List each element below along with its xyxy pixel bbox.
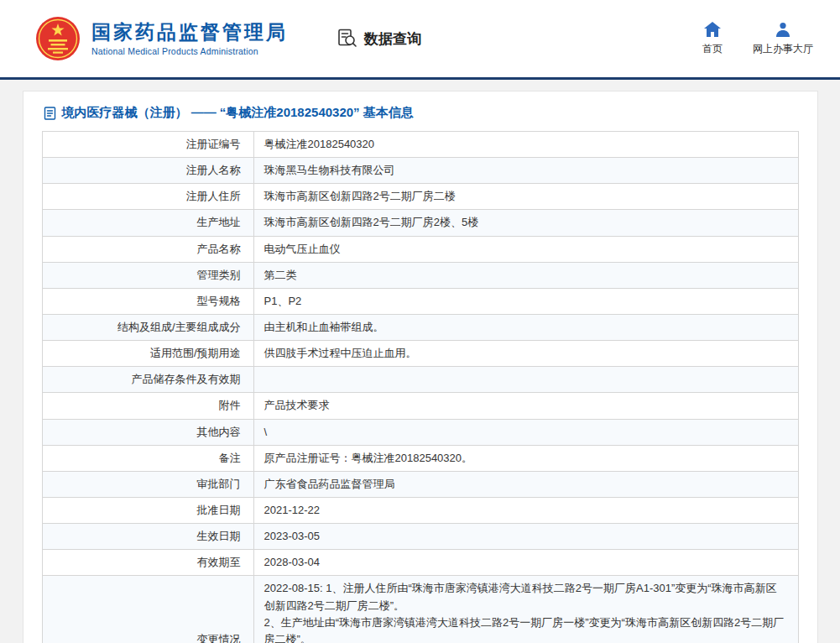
table-row: 备注 原产品注册证号：粤械注准20182540320。 xyxy=(42,445,798,471)
table-row: 附件 产品技术要求 xyxy=(42,393,798,419)
field-value: 产品技术要求 xyxy=(253,393,798,419)
table-row: 结构及组成/主要组成成分 由主机和止血袖带组成。 xyxy=(42,314,798,340)
field-value: 由主机和止血袖带组成。 xyxy=(253,314,798,340)
field-value: 2021-12-22 xyxy=(253,497,798,523)
field-label: 有效期至 xyxy=(42,550,253,576)
national-emblem-icon xyxy=(35,16,81,61)
site-logo[interactable]: 国家药品监督管理局 National Medical Products Admi… xyxy=(35,16,288,61)
field-label: 备注 xyxy=(42,445,253,471)
field-value: P1、P2 xyxy=(253,288,798,314)
table-row: 其他内容 \ xyxy=(42,419,798,445)
header-divider xyxy=(0,77,840,80)
field-value: 2023-03-05 xyxy=(253,524,798,550)
field-label: 批准日期 xyxy=(42,497,253,523)
nav-service-hall-label: 网上办事大厅 xyxy=(753,42,813,56)
field-label: 审批部门 xyxy=(42,471,253,497)
field-label: 生产地址 xyxy=(42,210,253,236)
field-label: 管理类别 xyxy=(42,262,253,288)
field-value xyxy=(253,367,798,393)
table-row: 注册人住所 珠海市高新区创新四路2号二期厂房二楼 xyxy=(42,184,798,210)
table-row: 管理类别 第二类 xyxy=(42,262,798,288)
data-query-label: 数据查询 xyxy=(364,29,421,49)
nav-home[interactable]: 首页 xyxy=(702,22,723,56)
field-value: 珠海市高新区创新四路2号二期厂房2楼、5楼 xyxy=(253,210,798,236)
field-value-change-history: 2022-08-15: 1、注册人住所由“珠海市唐家湾镇港湾大道科技二路2号一期… xyxy=(253,576,798,643)
home-icon xyxy=(704,22,721,37)
header-nav: 首页 网上办事大厅 xyxy=(702,22,813,56)
person-icon xyxy=(775,22,790,37)
field-value: 2028-03-04 xyxy=(253,550,798,576)
field-label: 型号规格 xyxy=(42,288,253,314)
field-value: 原产品注册证号：粤械注准20182540320。 xyxy=(253,445,798,471)
org-name-cn: 国家药品监督管理局 xyxy=(91,21,288,43)
field-value: 广东省食品药品监督管理局 xyxy=(253,471,798,497)
table-row: 生效日期 2023-03-05 xyxy=(42,524,798,550)
field-label: 其他内容 xyxy=(42,419,253,445)
field-label: 产品储存条件及有效期 xyxy=(42,367,253,393)
field-value: 供四肢手术过程中压迫止血用。 xyxy=(253,341,798,367)
field-label: 生效日期 xyxy=(42,524,253,550)
field-value: 珠海黑马生物科技有限公司 xyxy=(253,158,798,184)
field-label: 结构及组成/主要组成成分 xyxy=(42,314,253,340)
table-row: 产品名称 电动气压止血仪 xyxy=(42,236,798,262)
nav-home-label: 首页 xyxy=(702,42,723,56)
site-header: 国家药品监督管理局 National Medical Products Admi… xyxy=(0,0,840,77)
data-query-tab[interactable]: 数据查询 xyxy=(337,28,421,50)
field-label: 注册人名称 xyxy=(42,158,253,184)
table-row-change-history: 变更情况 2022-08-15: 1、注册人住所由“珠海市唐家湾镇港湾大道科技二… xyxy=(42,576,798,643)
field-label: 变更情况 xyxy=(42,576,253,643)
field-value: \ xyxy=(253,419,798,445)
field-label: 附件 xyxy=(42,393,253,419)
document-magnifier-icon xyxy=(337,28,358,50)
table-row: 适用范围/预期用途 供四肢手术过程中压迫止血用。 xyxy=(42,341,798,367)
table-row: 注册人名称 珠海黑马生物科技有限公司 xyxy=(42,158,798,184)
document-icon xyxy=(44,107,56,120)
page-title: 境内医疗器械（注册） —— “粤械注准20182540320” 基本信息 xyxy=(42,102,799,131)
field-value: 珠海市高新区创新四路2号二期厂房二楼 xyxy=(253,184,798,210)
field-label: 注册人住所 xyxy=(42,184,253,210)
nav-service-hall[interactable]: 网上办事大厅 xyxy=(753,22,813,56)
table-row: 有效期至 2028-03-04 xyxy=(42,550,798,576)
field-value: 电动气压止血仪 xyxy=(253,236,798,262)
table-row: 批准日期 2021-12-22 xyxy=(42,497,798,523)
table-row: 产品储存条件及有效期 xyxy=(42,367,798,393)
field-label: 产品名称 xyxy=(42,236,253,262)
org-name-block: 国家药品监督管理局 National Medical Products Admi… xyxy=(91,21,288,55)
field-value: 粤械注准20182540320 xyxy=(253,132,798,158)
table-row: 生产地址 珠海市高新区创新四路2号二期厂房2楼、5楼 xyxy=(42,210,798,236)
field-label: 注册证编号 xyxy=(42,132,253,158)
table-row: 注册证编号 粤械注准20182540320 xyxy=(42,132,798,158)
org-name-en: National Medical Products Administration xyxy=(91,46,288,56)
info-table: 注册证编号 粤械注准20182540320 注册人名称 珠海黑马生物科技有限公司… xyxy=(42,131,799,643)
field-label: 适用范围/预期用途 xyxy=(42,341,253,367)
content-panel: 境内医疗器械（注册） —— “粤械注准20182540320” 基本信息 注册证… xyxy=(23,91,818,643)
table-row: 审批部门 广东省食品药品监督管理局 xyxy=(42,471,798,497)
table-row: 型号规格 P1、P2 xyxy=(42,288,798,314)
page-title-text: 境内医疗器械（注册） —— “粤械注准20182540320” 基本信息 xyxy=(62,105,414,121)
field-value: 第二类 xyxy=(253,262,798,288)
